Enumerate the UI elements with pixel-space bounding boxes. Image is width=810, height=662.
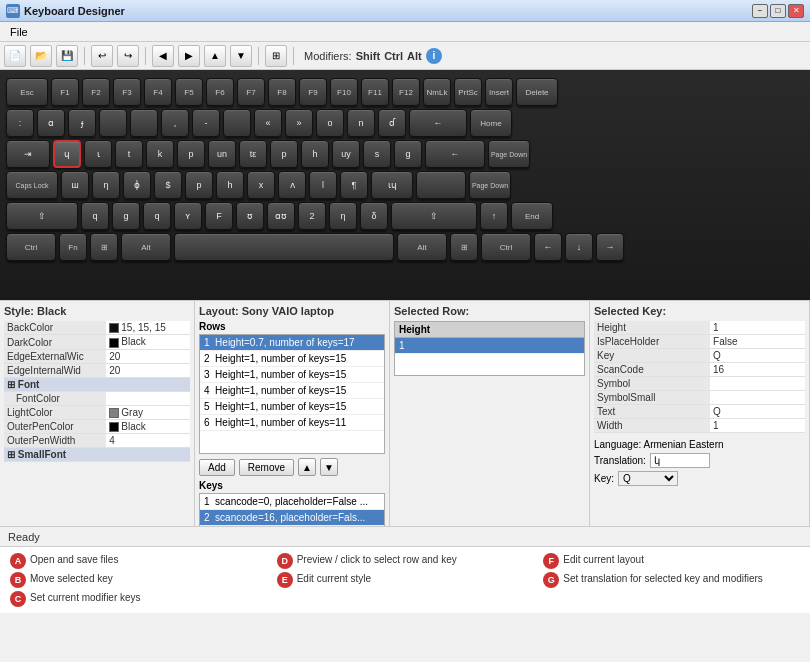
key-l[interactable]: l	[309, 171, 337, 199]
key-d[interactable]: ɸ	[123, 171, 151, 199]
menu-file[interactable]: File	[4, 24, 34, 40]
mod-shift[interactable]: Shift	[356, 50, 380, 62]
key-r2-10[interactable]: »	[285, 109, 313, 137]
key-alt-l[interactable]: Alt	[121, 233, 171, 261]
key-fn[interactable]: Fn	[59, 233, 87, 261]
mod-alt[interactable]: Alt	[407, 50, 422, 62]
key-f8[interactable]: F8	[268, 78, 296, 106]
key-shift-l[interactable]: ⇧	[6, 202, 78, 230]
close-button[interactable]: ✕	[788, 4, 804, 18]
key-z[interactable]: q	[81, 202, 109, 230]
row-item-4[interactable]: 4 Height=1, number of keys=15	[200, 383, 384, 399]
key-f7[interactable]: F7	[237, 78, 265, 106]
toolbar-move-right[interactable]: ▶	[178, 45, 200, 67]
key-r2-13[interactable]: ɗ	[378, 109, 406, 137]
key-a[interactable]: ш	[61, 171, 89, 199]
toolbar-extra[interactable]: ⊞	[265, 45, 287, 67]
key-s[interactable]: η	[92, 171, 120, 199]
key-f9[interactable]: F9	[299, 78, 327, 106]
key-bracket-r[interactable]: g	[394, 140, 422, 168]
key-x[interactable]: g	[112, 202, 140, 230]
key-r2-5[interactable]	[130, 109, 158, 137]
key-select[interactable]: Q	[618, 471, 678, 486]
toolbar-move-up[interactable]: ▲	[204, 45, 226, 67]
rows-up-button[interactable]: ▲	[298, 458, 316, 476]
row-item-3[interactable]: 3 Height=1, number of keys=15	[200, 367, 384, 383]
row-item-6[interactable]: 6 Height=1, number of keys=11	[200, 415, 384, 431]
toolbar-undo[interactable]: ↩	[91, 45, 113, 67]
key-g[interactable]: p	[185, 171, 213, 199]
info-button[interactable]: i	[426, 48, 442, 64]
key-right[interactable]: →	[596, 233, 624, 261]
key-tab[interactable]: ⇥	[6, 140, 50, 168]
key-item-2[interactable]: 2 scancode=16, placeholder=Fals...	[200, 510, 384, 526]
key-capslock[interactable]: Caps Lock	[6, 171, 58, 199]
key-k[interactable]: ʌ	[278, 171, 306, 199]
key-q-selected[interactable]: ɥ	[53, 140, 81, 168]
key-m[interactable]: ɑʊ	[267, 202, 295, 230]
key-f[interactable]: $	[154, 171, 182, 199]
key-slash[interactable]: δ	[360, 202, 388, 230]
key-semicolon[interactable]: ¶	[340, 171, 368, 199]
key-win-r[interactable]: ⊞	[450, 233, 478, 261]
rows-list[interactable]: 1 Height=0.7, number of keys=17 2 Height…	[199, 334, 385, 454]
key-o[interactable]: h	[301, 140, 329, 168]
key-shift-r[interactable]: ⇧	[391, 202, 477, 230]
rows-down-button[interactable]: ▼	[320, 458, 338, 476]
toolbar-save[interactable]: 💾	[56, 45, 78, 67]
key-w[interactable]: ɩ	[84, 140, 112, 168]
key-win-l[interactable]: ⊞	[90, 233, 118, 261]
mod-ctrl[interactable]: Ctrl	[384, 50, 403, 62]
translation-input[interactable]	[650, 453, 710, 468]
rows-remove-button[interactable]: Remove	[239, 459, 294, 476]
key-p[interactable]: uy	[332, 140, 360, 168]
key-r2-2[interactable]: ɑ	[37, 109, 65, 137]
key-bracket-l[interactable]: s	[363, 140, 391, 168]
key-insert[interactable]: Insert	[485, 78, 513, 106]
key-page-down-2[interactable]: Page Down	[469, 171, 511, 199]
key-y[interactable]: un	[208, 140, 236, 168]
key-b[interactable]: F	[205, 202, 233, 230]
key-t[interactable]: p	[177, 140, 205, 168]
key-esc[interactable]: Esc	[6, 78, 48, 106]
row-item-1[interactable]: 1 Height=0.7, number of keys=17	[200, 335, 384, 351]
key-comma[interactable]: 2	[298, 202, 326, 230]
key-r2-7[interactable]: -	[192, 109, 220, 137]
key-f11[interactable]: F11	[361, 78, 389, 106]
row-item-5[interactable]: 5 Height=1, number of keys=15	[200, 399, 384, 415]
toolbar-open[interactable]: 📂	[30, 45, 52, 67]
key-backspace[interactable]: ←	[409, 109, 467, 137]
key-f6[interactable]: F6	[206, 78, 234, 106]
key-left[interactable]: ←	[534, 233, 562, 261]
key-enter[interactable]: ←	[425, 140, 485, 168]
key-r2-8[interactable]	[223, 109, 251, 137]
key-delete[interactable]: Delete	[516, 78, 558, 106]
key-nmlk[interactable]: NmLk	[423, 78, 451, 106]
key-end[interactable]: End	[511, 202, 553, 230]
key-r2-3[interactable]: ɟ	[68, 109, 96, 137]
key-ctrl-r[interactable]: Ctrl	[481, 233, 531, 261]
maximize-button[interactable]: □	[770, 4, 786, 18]
key-f12[interactable]: F12	[392, 78, 420, 106]
key-f10[interactable]: F10	[330, 78, 358, 106]
key-quote[interactable]: ɩɥ	[371, 171, 413, 199]
key-ctrl-l[interactable]: Ctrl	[6, 233, 56, 261]
minimize-button[interactable]: −	[752, 4, 768, 18]
key-v[interactable]: ʏ	[174, 202, 202, 230]
key-u[interactable]: tε	[239, 140, 267, 168]
row-item-2[interactable]: 2 Height=1, number of keys=15	[200, 351, 384, 367]
key-down[interactable]: ↓	[565, 233, 593, 261]
key-n[interactable]: ʊ	[236, 202, 264, 230]
toolbar-move-left[interactable]: ◀	[152, 45, 174, 67]
key-alt-r[interactable]: Alt	[397, 233, 447, 261]
key-h[interactable]: h	[216, 171, 244, 199]
key-r2-9[interactable]: «	[254, 109, 282, 137]
key-f2[interactable]: F2	[82, 78, 110, 106]
rows-add-button[interactable]: Add	[199, 459, 235, 476]
key-r2-6[interactable]: ,	[161, 109, 189, 137]
key-item-1[interactable]: 1 scancode=0, placeholder=False ...	[200, 494, 384, 510]
key-period[interactable]: η	[329, 202, 357, 230]
key-page-down-1[interactable]: Page Down	[488, 140, 530, 168]
key-prtsc[interactable]: PrtSc	[454, 78, 482, 106]
key-r2-4[interactable]	[99, 109, 127, 137]
